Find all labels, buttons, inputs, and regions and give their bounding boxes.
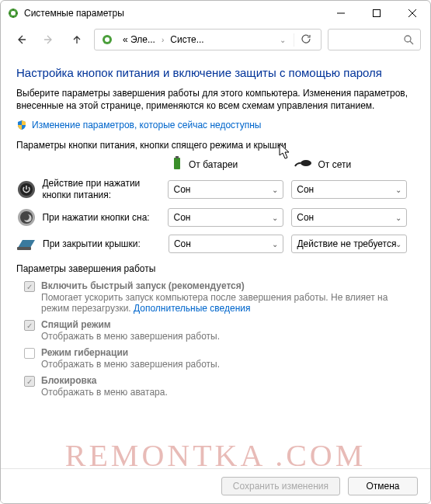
refresh-button[interactable] — [294, 33, 318, 47]
row-sleep-label: При нажатии кнопки сна: — [42, 212, 168, 224]
svg-rect-6 — [174, 158, 180, 169]
breadcrumb-seg-0[interactable]: « Эле... — [120, 34, 158, 45]
chevron-right-icon: › — [162, 36, 164, 44]
breadcrumb[interactable]: « Эле... › Систе... ⌄ — [94, 29, 322, 50]
buttons-section-label: Параметры кнопки питания, кнопки спящего… — [16, 140, 415, 151]
chk-lock-desc: Отображать в меню аватара. — [41, 387, 168, 398]
select-sleep-ac[interactable]: Сон⌄ — [291, 208, 407, 227]
more-info-link[interactable]: Дополнительные сведения — [134, 303, 250, 314]
cancel-button[interactable]: Отмена — [348, 477, 418, 495]
change-unavailable-link[interactable]: Изменение параметров, которые сейчас нед… — [32, 120, 262, 130]
svg-point-4 — [105, 37, 109, 42]
breadcrumb-seg-1[interactable]: Систе... — [167, 34, 207, 45]
minimize-button[interactable] — [323, 1, 359, 26]
lid-icon — [16, 234, 36, 254]
breadcrumb-root-icon — [98, 33, 116, 46]
svg-rect-7 — [176, 156, 179, 158]
battery-icon — [172, 155, 182, 173]
checkbox-fast-startup — [24, 281, 35, 292]
intro-text: Выберите параметры завершения работы для… — [16, 87, 415, 112]
checkbox-sleep — [24, 320, 35, 331]
chk-hibernate-title: Режим гибернации — [41, 347, 128, 358]
chk-hibernate-desc: Отображать в меню завершения работы. — [41, 359, 220, 370]
search-icon — [403, 34, 414, 45]
chevron-down-icon[interactable]: ⌄ — [275, 36, 290, 44]
select-power-ac[interactable]: Сон⌄ — [291, 180, 407, 199]
svg-rect-2 — [374, 10, 381, 17]
save-button: Сохранить изменения — [221, 477, 340, 495]
checkbox-hibernate — [24, 348, 35, 359]
forward-button[interactable] — [38, 29, 60, 50]
row-power-label: Действие при нажатии кнопки питания: — [42, 178, 168, 201]
col-ac-label: От сети — [318, 159, 352, 170]
up-button[interactable] — [66, 29, 88, 50]
page-title: Настройка кнопок питания и включение защ… — [16, 66, 415, 79]
select-lid-battery[interactable]: Сон⌄ — [169, 235, 284, 253]
window-title: Системные параметры — [24, 8, 124, 19]
col-battery-label: От батареи — [189, 159, 238, 170]
shield-icon — [16, 120, 27, 130]
back-button[interactable] — [10, 29, 32, 50]
plug-icon — [294, 158, 312, 171]
chk-sleep-title: Спящий режим — [41, 319, 111, 330]
shutdown-section-label: Параметры завершения работы — [16, 263, 415, 274]
chk-sleep-desc: Отображать в меню завершения работы. — [41, 331, 220, 342]
svg-point-5 — [405, 36, 411, 42]
select-lid-ac[interactable]: Действие не требуется⌄ — [291, 235, 407, 253]
svg-point-8 — [301, 160, 311, 166]
chk-lock-title: Блокировка — [41, 375, 97, 386]
row-lid-label: При закрытии крышки: — [43, 238, 169, 250]
select-power-battery[interactable]: Сон⌄ — [168, 180, 283, 199]
svg-rect-13 — [17, 247, 31, 250]
select-sleep-battery[interactable]: Сон⌄ — [168, 208, 283, 227]
sleep-button-icon — [16, 207, 36, 228]
checkbox-lock — [24, 376, 35, 387]
svg-point-1 — [11, 11, 16, 16]
close-button[interactable] — [395, 1, 430, 26]
power-button-icon — [16, 179, 36, 200]
maximize-button[interactable] — [359, 1, 395, 26]
search-input[interactable] — [328, 29, 421, 50]
chk-fast-startup-title: Включить быстрый запуск (рекомендуется) — [41, 280, 245, 291]
app-icon — [7, 7, 19, 19]
